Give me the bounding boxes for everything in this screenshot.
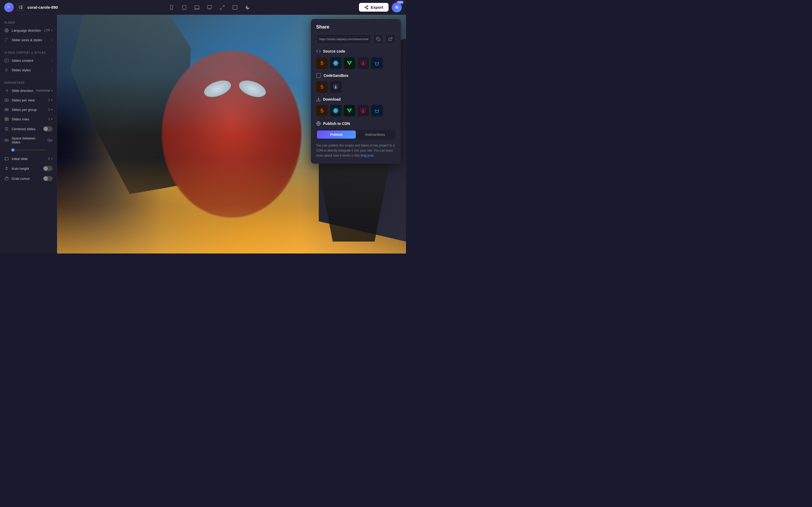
centered-slides-toggle[interactable] — [43, 126, 53, 131]
svg-rect-9 — [195, 6, 199, 9]
svg-point-18 — [365, 7, 366, 8]
svg-line-21 — [366, 6, 367, 7]
sidebar-item-slides-styles[interactable]: Slides styles › — [0, 65, 57, 75]
space-between-slider[interactable] — [11, 150, 46, 151]
html5-codesandbox-button[interactable]: 5 — [316, 81, 328, 93]
export-button[interactable]: Export — [359, 3, 389, 12]
svg-rect-28 — [5, 99, 6, 101]
svg-line-15 — [220, 8, 222, 9]
angular-source-button[interactable] — [357, 57, 369, 69]
globe-icon — [4, 28, 9, 33]
svg-rect-31 — [6, 109, 7, 111]
vue-download-button[interactable] — [344, 105, 355, 116]
slides-styles-label: Slides styles — [12, 68, 49, 72]
svg-point-45 — [335, 63, 337, 64]
copy-url-button[interactable] — [373, 34, 383, 44]
divider — [0, 47, 57, 47]
mobile-device-button[interactable] — [167, 3, 176, 12]
svg-rect-35 — [5, 120, 8, 121]
slides-rows-icon — [4, 117, 9, 121]
source-code-label: Source code — [323, 49, 345, 53]
project-name: coral-carole-890 — [28, 5, 58, 9]
auto-height-toggle[interactable] — [43, 166, 53, 171]
initial-slide-icon — [4, 156, 9, 161]
topbar: coral-carole-890 — [0, 0, 406, 15]
sidebar-toggle-button[interactable] — [17, 4, 24, 11]
codesandbox-checkbox[interactable] — [316, 73, 321, 78]
svg-rect-38 — [5, 139, 6, 141]
desktop-device-button[interactable] — [205, 3, 214, 12]
react-source-button[interactable] — [330, 57, 342, 69]
slides-per-group-label: Slides per group — [12, 108, 45, 112]
svg-line-44 — [390, 38, 392, 39]
source-code-row: Source code — [316, 49, 395, 54]
codesandbox-row: CodeSandbox — [316, 73, 395, 78]
avatar[interactable]: N PRO — [392, 2, 402, 12]
chevron-right-icon: › — [51, 38, 53, 42]
centered-slides-label: Centered slides — [12, 127, 41, 131]
preview-button[interactable] — [231, 3, 239, 12]
share-title: Share — [316, 24, 395, 30]
svg-rect-29 — [7, 99, 8, 101]
svg-point-59 — [335, 110, 337, 111]
grab-cursor-label: Grab cursor — [12, 177, 41, 181]
publish-tab[interactable]: Publish — [317, 130, 356, 138]
fullscreen-button[interactable] — [218, 3, 226, 12]
sidebar-item-auto-height[interactable]: Auto height — [0, 163, 57, 173]
slides-per-view-label: Slides per view — [12, 98, 45, 102]
html5-download-button[interactable]: 5 — [316, 105, 328, 116]
svg-rect-39 — [7, 139, 8, 141]
svg-rect-11 — [207, 5, 212, 8]
parameters-section-label: PARAMETERS — [0, 79, 57, 86]
html5-source-button[interactable]: 5 — [316, 57, 328, 69]
open-external-button[interactable] — [386, 34, 395, 44]
svg-point-17 — [367, 6, 368, 7]
sidebar-item-slide-direction[interactable]: Slide direction horizontal ▾ — [0, 86, 57, 95]
slides-content-label: Slides content — [12, 59, 49, 63]
css-source-button[interactable] — [371, 57, 383, 69]
sidebar-item-language-direction[interactable]: Language direction LTR ▾ — [0, 25, 57, 35]
slide-direction-label: Slide direction — [12, 89, 34, 93]
laptop-device-button[interactable] — [193, 3, 201, 12]
svg-point-19 — [367, 8, 368, 9]
dark-mode-button[interactable] — [244, 3, 252, 12]
device-controls — [63, 3, 356, 12]
source-code-icon — [316, 49, 321, 54]
share-url-input[interactable] — [316, 34, 371, 44]
sidebar-item-slides-per-group[interactable]: Slides per group 1 ▾ — [0, 105, 57, 114]
sidebar-item-initial-slide[interactable]: Initial slide 0 ▾ — [0, 154, 57, 163]
vue-source-button[interactable] — [344, 57, 355, 69]
svg-rect-3 — [20, 7, 22, 8]
auto-height-label: Auto height — [12, 167, 41, 171]
svg-rect-34 — [5, 119, 8, 120]
slides-rows-value: 1 ▾ — [48, 117, 53, 121]
slides-content-icon — [4, 58, 9, 63]
angular-codesandbox-button[interactable] — [330, 81, 342, 93]
tablet-device-button[interactable] — [180, 3, 189, 12]
react-download-button[interactable] — [330, 105, 342, 116]
svg-rect-32 — [7, 109, 8, 111]
svg-rect-43 — [378, 39, 380, 41]
sidebar-item-grab-cursor[interactable]: Grab cursor — [0, 173, 57, 183]
sidebar-item-slider-sizes[interactable]: Slider sizes & styles › — [0, 35, 57, 45]
initial-slide-value: 0 ▾ — [48, 157, 53, 161]
sidebar-item-centered-slides[interactable]: Centered slides — [0, 124, 57, 134]
codesandbox-frameworks: 5 — [316, 81, 395, 93]
blog-post-link[interactable]: blog post — [361, 154, 373, 157]
slide-direction-value: horizontal ▾ — [36, 89, 53, 93]
pro-badge: PRO — [397, 1, 403, 4]
instructions-tab[interactable]: Instructions — [356, 130, 395, 138]
grab-cursor-toggle[interactable] — [43, 176, 53, 181]
share-panel: Share Source code 5 — [311, 19, 401, 164]
angular-download-button[interactable] — [357, 105, 369, 116]
sidebar-item-slides-per-view[interactable]: Slides per view 1 ▾ — [0, 95, 57, 105]
css-download-button[interactable] — [371, 105, 383, 116]
download-frameworks: 5 — [316, 105, 395, 116]
sidebar-item-slides-content[interactable]: Slides content › — [0, 56, 57, 65]
chevron-right-icon2: › — [51, 58, 53, 63]
svg-point-0 — [7, 5, 11, 9]
sidebar-item-space-between[interactable]: Space between slides 0px — [0, 134, 57, 154]
slides-rows-label: Slides rows — [12, 117, 45, 121]
auto-height-icon — [4, 166, 9, 171]
sidebar-item-slides-rows[interactable]: Slides rows 1 ▾ — [0, 114, 57, 124]
